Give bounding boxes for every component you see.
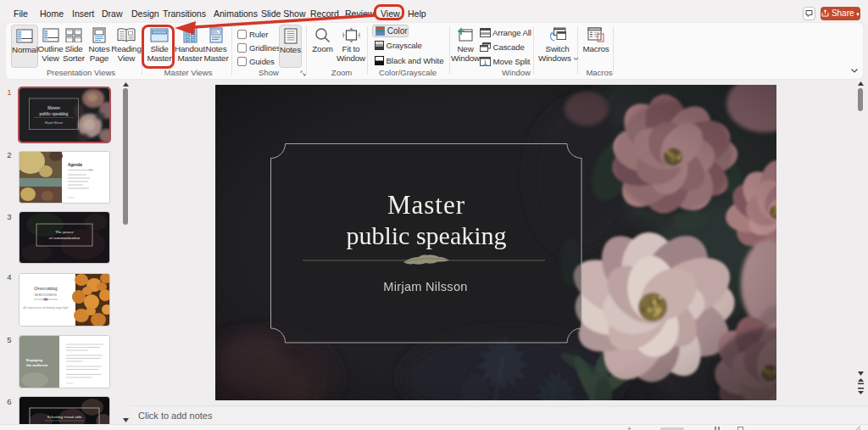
svg-text:The power: The power: [55, 230, 74, 234]
svg-text:public speaking: public speaking: [346, 221, 506, 249]
svg-text:Master: Master: [47, 105, 60, 110]
svg-text:Agenda: Agenda: [68, 163, 82, 167]
svg-text:of communication: of communication: [49, 236, 81, 240]
svg-text:NERVOUSNESS: NERVOUSNESS: [35, 293, 57, 297]
svg-text:Mirjam Nilsson: Mirjam Nilsson: [383, 280, 467, 293]
svg-text:Overcoming: Overcoming: [34, 286, 58, 291]
svg-text:Mirjam Nilsson: Mirjam Nilsson: [45, 121, 63, 125]
svg-text:A 5-step process for beating s: A 5-step process for beating stage frigh…: [23, 306, 68, 310]
svg-text:Engaging: Engaging: [26, 358, 43, 362]
svg-text:Selecting visual aids: Selecting visual aids: [47, 415, 81, 419]
svg-text:the audience: the audience: [26, 363, 48, 367]
svg-text:Master: Master: [387, 190, 465, 220]
svg-text:public speaking: public speaking: [40, 111, 69, 116]
